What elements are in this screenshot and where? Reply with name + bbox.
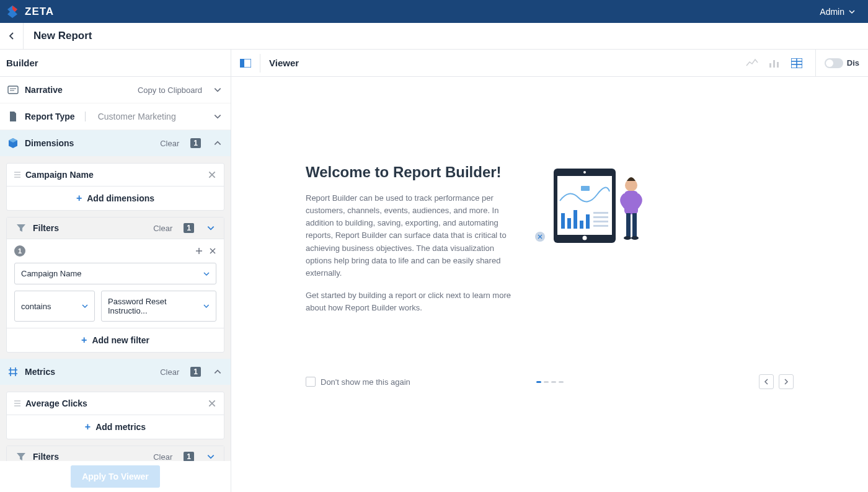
display-toggle[interactable]: Dis [815, 50, 859, 77]
panel-toggle-icon[interactable] [240, 59, 251, 68]
metric-item: Average Clicks [7, 392, 224, 415]
svg-point-33 [631, 236, 639, 240]
chevron-down-icon [203, 303, 210, 309]
chevron-down-icon [848, 8, 856, 15]
filter-group: 1 Campaign Name contains [7, 239, 224, 328]
drag-handle-icon[interactable] [14, 172, 20, 178]
remove-dimension-button[interactable] [208, 170, 216, 179]
section-narrative[interactable]: Narrative Copy to Clipboard [0, 77, 231, 103]
metrics-card: Average Clicks + Add metrics [6, 392, 224, 439]
met-filters-clear[interactable]: Clear [153, 452, 172, 462]
svg-rect-22 [580, 221, 583, 229]
add-filter-button[interactable]: + Add new filter [7, 328, 224, 352]
remove-metric-button[interactable] [208, 399, 216, 408]
chevron-down-icon [213, 86, 222, 94]
dimension-item: Campaign Name [7, 164, 224, 187]
filter-value-select[interactable]: Password Reset Instructio... [101, 291, 216, 322]
carousel-dot[interactable] [544, 381, 549, 383]
user-menu[interactable]: Admin [820, 7, 856, 17]
remove-filter-group-button[interactable] [209, 247, 216, 255]
svg-rect-27 [593, 225, 608, 227]
builder-footer: Apply To Viewer [0, 461, 231, 492]
dimensions-clear[interactable]: Clear [160, 139, 179, 148]
svg-rect-20 [567, 218, 571, 229]
svg-point-17 [583, 236, 587, 240]
line-chart-icon[interactable] [746, 57, 758, 69]
brand-name: ZETA [25, 6, 54, 18]
back-button[interactable] [0, 23, 24, 50]
svg-rect-8 [773, 60, 775, 68]
carousel-prev-button[interactable] [759, 374, 774, 389]
metrics-label: Metrics [25, 367, 55, 377]
welcome-text: Welcome to Report Builder! Report Builde… [306, 164, 516, 324]
narrative-label: Narrative [25, 85, 63, 95]
zeta-logo-icon [5, 4, 20, 19]
filter-icon [16, 451, 27, 461]
svg-rect-9 [777, 62, 779, 68]
toggle-switch[interactable] [825, 58, 843, 68]
chevron-down-icon [206, 224, 215, 232]
filter-operator-value: contains [21, 302, 51, 311]
filter-field-select[interactable]: Campaign Name [14, 263, 216, 284]
builder-header: Builder [0, 50, 231, 77]
drag-handle-icon[interactable] [14, 400, 20, 406]
filter-value-text: Password Reset Instructio... [108, 297, 203, 315]
dont-show-checkbox[interactable] [306, 377, 316, 387]
dimension-item-label: Campaign Name [25, 170, 203, 180]
dimension-filters-header[interactable]: Filters Clear 1 [7, 217, 224, 239]
chevron-left-icon [9, 32, 15, 40]
add-metrics-button[interactable]: + Add metrics [7, 415, 224, 439]
hash-icon [7, 366, 19, 377]
narrative-icon [7, 84, 19, 95]
apply-to-viewer-button[interactable]: Apply To Viewer [71, 465, 160, 488]
viewer-header: Viewer Dis [231, 50, 868, 77]
chevron-right-icon [784, 379, 789, 385]
welcome-footer: Don't show me this again [306, 374, 794, 389]
document-icon [7, 111, 19, 122]
svg-rect-26 [593, 221, 608, 222]
carousel-dot[interactable] [551, 381, 556, 383]
welcome-title: Welcome to Report Builder! [306, 164, 516, 181]
main-layout: Builder Narrative Copy to Clipboard Repo… [0, 50, 868, 492]
filter-icon [16, 222, 27, 234]
table-icon[interactable] [790, 57, 803, 69]
dimensions-label: Dimensions [25, 138, 74, 148]
copy-clipboard-action[interactable]: Copy to Clipboard [138, 86, 202, 95]
add-dimensions-button[interactable]: + Add dimensions [7, 187, 224, 210]
svg-rect-29 [624, 191, 638, 214]
welcome-illustration [535, 164, 653, 324]
dim-filters-label: Filters [33, 223, 59, 233]
metrics-clear[interactable]: Clear [160, 367, 179, 377]
brand-logo[interactable]: ZETA [5, 4, 54, 19]
met-filters-count: 1 [184, 452, 194, 461]
add-filter-group-button[interactable] [195, 247, 203, 255]
filter-operator-select[interactable]: contains [14, 291, 95, 322]
metric-item-label: Average Clicks [25, 398, 203, 408]
plus-icon: + [85, 421, 91, 433]
dimensions-count: 1 [190, 138, 201, 148]
bar-chart-icon[interactable] [768, 57, 781, 69]
viewer-title: Viewer [269, 58, 299, 68]
section-metrics[interactable]: Metrics Clear 1 [0, 359, 231, 385]
svg-rect-24 [593, 212, 608, 214]
section-report-type[interactable]: Report Type Customer Marketing [0, 103, 231, 130]
dim-filters-clear[interactable]: Clear [153, 224, 172, 233]
carousel-next-button[interactable] [779, 374, 794, 389]
builder-sidebar: Builder Narrative Copy to Clipboard Repo… [0, 50, 231, 492]
chevron-up-icon [213, 139, 222, 147]
plus-icon: + [81, 335, 87, 346]
carousel-dot[interactable] [536, 381, 541, 383]
report-type-value: Customer Marketing [98, 112, 176, 121]
svg-rect-25 [593, 216, 608, 218]
page-header: New Report [0, 23, 868, 50]
svg-rect-7 [769, 63, 771, 68]
carousel-dot[interactable] [559, 381, 564, 383]
metric-filters-header[interactable]: Filters Clear 1 [7, 446, 224, 461]
svg-rect-30 [626, 213, 631, 237]
svg-rect-23 [586, 214, 590, 229]
viewer-body: Welcome to Report Builder! Report Builde… [231, 77, 868, 492]
svg-point-32 [624, 236, 631, 240]
section-dimensions[interactable]: Dimensions Clear 1 [0, 130, 231, 157]
welcome-panel: Welcome to Report Builder! Report Builde… [306, 164, 794, 324]
dimensions-card: Campaign Name + Add dimensions [6, 163, 224, 211]
